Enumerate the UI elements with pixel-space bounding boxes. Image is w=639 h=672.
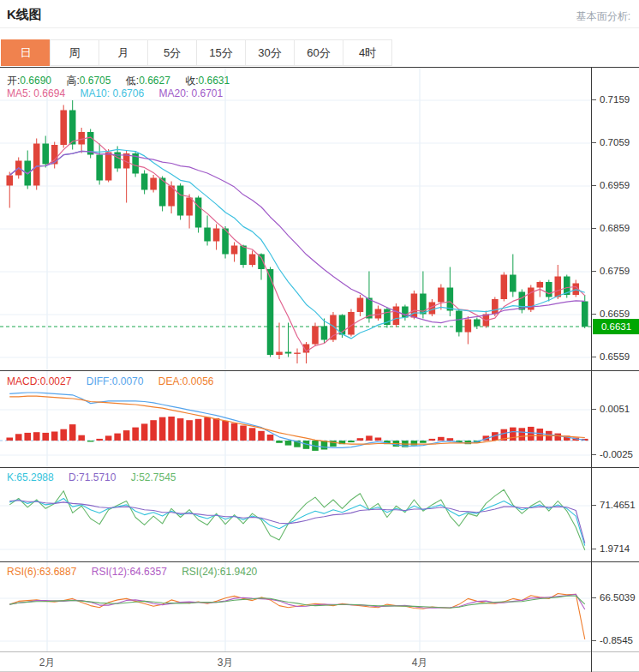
y-axis-column: 0.7159 0.7059 0.6959 0.6859 0.6759 0.665… [591,67,639,672]
tab-4hour[interactable]: 4时 [343,39,392,66]
price-tick: 0.6559 [592,351,639,363]
j-label: J: [131,471,139,483]
macd-label: MACD: [7,375,40,387]
chart-area: 开:0.6690 高:0.6705 低:0.6627 收:0.6631 MA5:… [0,67,639,672]
dea-label: DEA: [158,375,182,387]
chart-top-border [0,67,639,68]
ma20-label: MA20: [158,87,188,99]
low-label: 低: [126,75,139,87]
month-label: 3月 [208,656,242,670]
ma20-value: 0.6701 [192,87,224,99]
k-label: K: [7,471,16,483]
kdj-panel [9,489,585,550]
d-label: D: [69,471,79,483]
current-price-badge: 0.6631 [593,319,639,334]
open-value: 0.6690 [20,75,51,87]
tab-month[interactable]: 月 [99,39,148,66]
j-value: 52.7545 [139,471,176,483]
kline-app: K线图 基本面分析: 日 周 月 5分 15分 30分 60分 4时 开:0.6… [0,0,639,672]
x-axis-separator [0,651,639,652]
k-value: 65.2988 [16,471,53,483]
k-line-chart-canvas[interactable] [0,67,591,651]
price-tick: 0.6959 [592,179,639,191]
diff-value: 0.0070 [112,375,144,387]
kdj-legend: K:65.2988 D:71.5710 J:52.7545 [7,471,188,483]
month-label: 2月 [30,656,64,670]
tab-day[interactable]: 日 [1,39,51,66]
high-label: 高: [66,75,79,87]
rsi6-value: 63.6887 [39,566,76,578]
d-value: 71.5710 [79,471,116,483]
price-tick: 0.6759 [592,265,639,277]
y-axis-bottom-border [591,651,592,672]
price-tick: 0.6659 [592,308,639,320]
diff-label: DIFF: [87,375,112,387]
low-value: 0.6627 [139,75,170,87]
open-label: 开: [7,75,20,87]
rsi12-label: RSI(12): [92,566,130,578]
close-label: 收: [185,75,198,87]
ma5-value: 0.6694 [33,87,65,99]
macd-panel-separator [0,370,639,371]
tab-5min[interactable]: 5分 [147,39,197,66]
price-tick: 0.7159 [592,93,639,105]
rsi6-label: RSI(6): [7,566,39,578]
rsi-tick: -0.8545 [592,634,639,646]
tab-30min[interactable]: 30分 [245,39,295,66]
macd-tick: 0.0051 [592,403,639,415]
period-tabs: 日 周 月 5分 15分 30分 60分 4时 [2,39,392,66]
rsi24-value: 61.9420 [220,566,257,578]
price-tick: 0.7059 [592,136,639,148]
rsi24-label: RSI(24): [182,566,220,578]
kdj-tick: 1.9714 [592,543,639,555]
ma10-value: 0.6706 [112,87,144,99]
macd-legend: MACD:0.0027 DIFF:0.0070 DEA:0.0056 [7,375,225,387]
page-title: K线图 [7,7,42,23]
rsi-legend: RSI(6):63.6887 RSI(12):64.6357 RSI(24):6… [7,566,269,578]
header-divider [0,27,639,28]
fundamental-analysis-link[interactable]: 基本面分析: [576,9,630,24]
tab-15min[interactable]: 15分 [196,39,246,66]
rsi12-value: 64.6357 [129,566,166,578]
macd-tick: -0.0025 [592,448,639,460]
ma-legend: MA5: 0.6694 MA10: 0.6706 MA20: 0.6701 [7,87,235,99]
macd-panel [0,393,591,451]
kdj-panel-separator [0,467,639,468]
kdj-tick: 71.4651 [592,499,639,511]
month-label: 4月 [403,656,437,670]
tab-week[interactable]: 周 [50,39,99,66]
dea-value: 0.0056 [182,375,214,387]
rsi-tick: 66.5039 [592,591,639,603]
ma10-label: MA10: [80,87,110,99]
rsi-panel [9,594,585,639]
ma5-label: MA5: [7,87,31,99]
candlestick-panel [0,100,591,363]
x-axis: 2月 3月 4月 [0,651,639,672]
rsi-panel-separator [0,561,639,562]
price-tick: 0.6859 [592,222,639,234]
close-value: 0.6631 [199,75,230,87]
high-value: 0.6705 [80,75,111,87]
tab-60min[interactable]: 60分 [294,39,343,66]
ohlc-legend: 开:0.6690 高:0.6705 低:0.6627 收:0.6631 [7,74,242,88]
macd-value: 0.0027 [40,375,72,387]
